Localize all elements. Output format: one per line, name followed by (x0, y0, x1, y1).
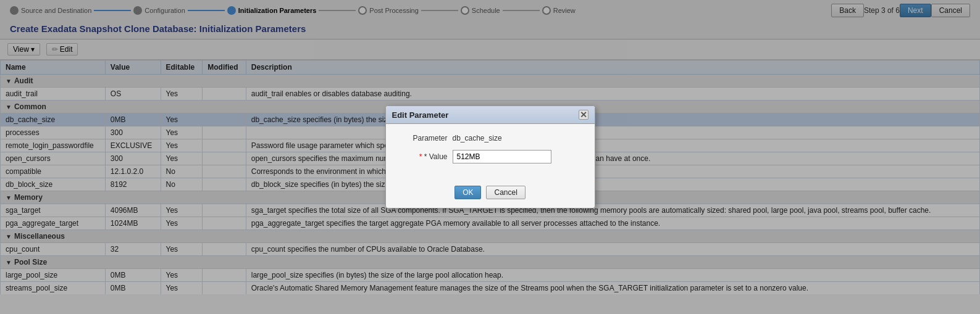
modal-titlebar: Edit Parameter ✕ (386, 106, 595, 124)
required-star: * (419, 152, 424, 161)
modal-value-label: * * Value (398, 152, 448, 161)
edit-parameter-modal: Edit Parameter ✕ Parameter db_cache_size… (385, 105, 595, 209)
modal-overlay: Edit Parameter ✕ Parameter db_cache_size… (0, 0, 980, 314)
modal-parameter-label: Parameter (398, 134, 448, 143)
modal-close-button[interactable]: ✕ (579, 110, 588, 120)
modal-ok-button[interactable]: OK (454, 186, 481, 199)
modal-value-input[interactable] (453, 150, 551, 163)
modal-parameter-value: db_cache_size (453, 134, 502, 143)
modal-title: Edit Parameter (392, 110, 449, 120)
modal-body: Parameter db_cache_size * * Value (386, 124, 595, 181)
modal-footer: OK Cancel (386, 181, 595, 208)
modal-value-field: * * Value (398, 150, 582, 163)
modal-parameter-field: Parameter db_cache_size (398, 134, 582, 143)
modal-cancel-button[interactable]: Cancel (486, 186, 525, 199)
